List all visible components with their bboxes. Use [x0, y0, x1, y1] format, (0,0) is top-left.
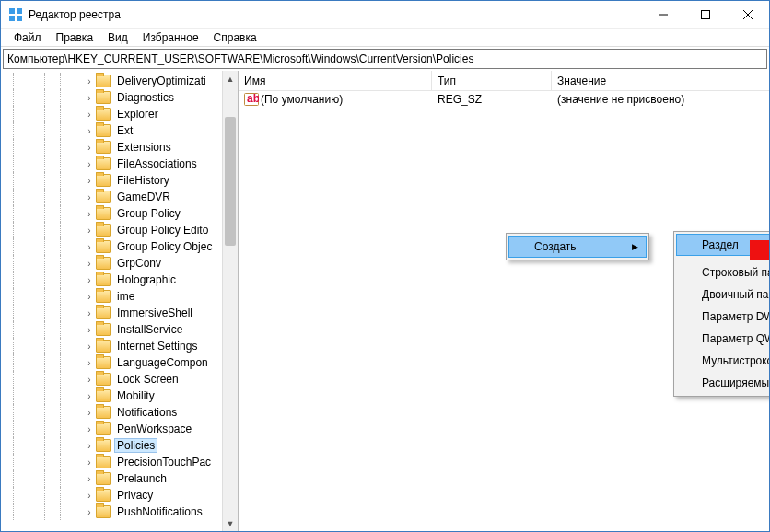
- tree-item-label: Privacy: [114, 489, 156, 502]
- close-button[interactable]: [727, 1, 769, 29]
- tree-item[interactable]: ›Privacy: [1, 487, 238, 503]
- ctx-item-label: Параметр DWORD (32 бита): [702, 310, 770, 323]
- folder-icon: [96, 240, 111, 253]
- folder-icon: [96, 257, 111, 270]
- menu-favorites[interactable]: Избранное: [135, 29, 206, 46]
- tree-item[interactable]: ›Prelaunch: [1, 470, 238, 487]
- chevron-right-icon[interactable]: ›: [83, 126, 96, 136]
- tree-item[interactable]: ›Notifications: [1, 404, 238, 421]
- minimize-button[interactable]: [642, 1, 684, 29]
- chevron-right-icon[interactable]: ›: [83, 375, 96, 385]
- ctx-new-multistring[interactable]: Мультистроковый параметр: [676, 350, 770, 372]
- chevron-right-icon[interactable]: ›: [83, 192, 96, 202]
- chevron-right-icon[interactable]: ›: [83, 308, 96, 318]
- chevron-right-icon[interactable]: ›: [83, 441, 96, 451]
- tree-item-label: Mobility: [114, 389, 158, 402]
- tree-item[interactable]: ›Extensions: [1, 139, 238, 156]
- menu-view[interactable]: Вид: [100, 29, 135, 46]
- chevron-right-icon[interactable]: ›: [83, 76, 96, 87]
- scroll-up-icon[interactable]: ▲: [223, 71, 238, 87]
- tree-item[interactable]: ›Diagnostics: [1, 89, 238, 106]
- chevron-right-icon[interactable]: ›: [83, 143, 96, 153]
- tree-item[interactable]: ›Internet Settings: [1, 338, 238, 354]
- chevron-right-icon[interactable]: ›: [83, 93, 96, 103]
- tree-item-label: InstallService: [114, 323, 185, 336]
- maximize-button[interactable]: [684, 1, 727, 29]
- chevron-right-icon[interactable]: ›: [83, 292, 96, 302]
- tree-item[interactable]: ›Group Policy Objec: [1, 238, 238, 255]
- tree-item[interactable]: ›GameDVR: [1, 189, 238, 205]
- ctx-new-qword[interactable]: Параметр QWORD (64 бита): [676, 328, 770, 350]
- chevron-right-icon[interactable]: ›: [83, 176, 96, 186]
- ctx-new-dword[interactable]: Параметр DWORD (32 бита): [676, 306, 770, 328]
- tree-item-label: Explorer: [114, 108, 161, 121]
- tree-item[interactable]: ›ime: [1, 288, 238, 305]
- tree-item[interactable]: ›FileAssociations: [1, 156, 238, 172]
- context-menu-main: Создать ▶: [506, 233, 649, 260]
- chevron-right-icon[interactable]: ›: [83, 457, 96, 468]
- chevron-right-icon[interactable]: ›: [83, 209, 96, 219]
- tree-item[interactable]: ›PrecisionTouchPac: [1, 454, 238, 470]
- folder-icon: [96, 306, 111, 319]
- folder-icon: [96, 489, 111, 502]
- chevron-right-icon[interactable]: ›: [83, 408, 96, 418]
- ctx-item-label: Строковый параметр: [702, 266, 770, 279]
- chevron-right-icon[interactable]: ›: [83, 507, 96, 517]
- col-name[interactable]: Имя: [239, 71, 432, 90]
- tree-item[interactable]: ›PenWorkspace: [1, 421, 238, 437]
- tree-item[interactable]: ›Group Policy: [1, 205, 238, 222]
- ctx-new-binary[interactable]: Двоичный параметр: [676, 283, 770, 306]
- tree-item[interactable]: ›Mobility: [1, 387, 238, 404]
- tree-item[interactable]: ›Explorer: [1, 106, 238, 122]
- folder-icon: [96, 108, 111, 121]
- chevron-right-icon[interactable]: ›: [83, 159, 96, 169]
- tree-item[interactable]: ›ImmersiveShell: [1, 305, 238, 321]
- ctx-new-string[interactable]: Строковый параметр: [676, 261, 770, 283]
- ctx-new-key[interactable]: Раздел: [676, 234, 770, 256]
- chevron-right-icon[interactable]: ›: [83, 110, 96, 120]
- chevron-right-icon[interactable]: ›: [83, 226, 96, 236]
- folder-icon: [96, 141, 111, 154]
- folder-icon: [96, 406, 111, 419]
- tree-item[interactable]: ›Group Policy Edito: [1, 222, 238, 238]
- chevron-right-icon[interactable]: ›: [83, 275, 96, 285]
- folder-icon: [96, 422, 111, 435]
- col-type[interactable]: Тип: [432, 71, 552, 90]
- col-value[interactable]: Значение: [552, 71, 769, 90]
- tree-item[interactable]: ›Holographic: [1, 272, 238, 288]
- tree-scrollbar[interactable]: ▲ ▼: [222, 71, 238, 531]
- tree-item[interactable]: ›GrpConv: [1, 255, 238, 272]
- ctx-create[interactable]: Создать ▶: [508, 236, 647, 258]
- tree-item[interactable]: ›InstallService: [1, 321, 238, 338]
- tree-item[interactable]: ›Ext: [1, 122, 238, 139]
- tree-item[interactable]: ›Policies: [1, 437, 238, 454]
- folder-icon: [96, 224, 111, 237]
- ctx-item-label: Расширяемый строковый параметр: [702, 376, 770, 389]
- registry-tree[interactable]: ›DeliveryOptimizati›Diagnostics›Explorer…: [1, 71, 238, 522]
- chevron-right-icon[interactable]: ›: [83, 424, 96, 434]
- menu-file[interactable]: Файл: [6, 29, 49, 46]
- chevron-right-icon[interactable]: ›: [83, 391, 96, 401]
- chevron-right-icon[interactable]: ›: [83, 242, 96, 252]
- menu-help[interactable]: Справка: [206, 29, 264, 46]
- scroll-thumb[interactable]: [225, 117, 236, 246]
- scroll-down-icon[interactable]: ▼: [223, 515, 238, 531]
- address-bar[interactable]: Компьютер\HKEY_CURRENT_USER\SOFTWARE\Mic…: [3, 49, 767, 69]
- tree-item[interactable]: ›DeliveryOptimizati: [1, 73, 238, 89]
- folder-icon: [96, 340, 111, 353]
- tree-item[interactable]: ›PushNotifications: [1, 503, 238, 520]
- tree-item[interactable]: ›FileHistory: [1, 172, 238, 189]
- chevron-right-icon[interactable]: ›: [83, 474, 96, 484]
- tree-item[interactable]: ›Lock Screen: [1, 371, 238, 387]
- chevron-right-icon[interactable]: ›: [83, 341, 96, 352]
- value-row-default[interactable]: ab (По умолчанию) REG_SZ (значение не пр…: [239, 91, 769, 108]
- chevron-right-icon[interactable]: ›: [83, 491, 96, 501]
- chevron-right-icon[interactable]: ›: [83, 259, 96, 269]
- ctx-new-expandstring[interactable]: Расширяемый строковый параметр: [676, 372, 770, 394]
- ctx-item-label: Мультистроковый параметр: [702, 354, 770, 367]
- folder-icon: [96, 91, 111, 104]
- chevron-right-icon[interactable]: ›: [83, 358, 96, 368]
- chevron-right-icon[interactable]: ›: [83, 325, 96, 335]
- tree-item[interactable]: ›LanguageCompon: [1, 354, 238, 371]
- menu-edit[interactable]: Правка: [49, 29, 101, 46]
